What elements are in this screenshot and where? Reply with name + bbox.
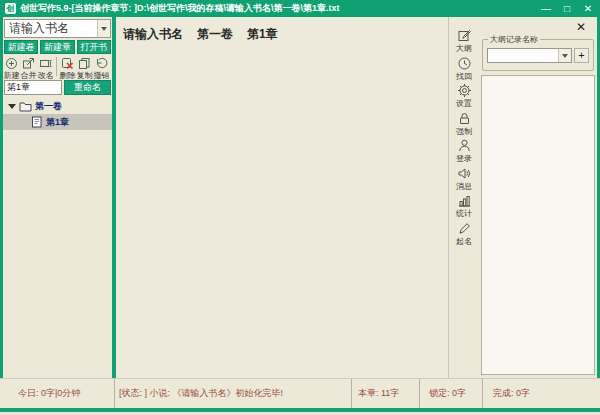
outline-record-list[interactable] — [481, 75, 595, 375]
naming-button[interactable]: 起名 — [449, 221, 479, 249]
new-volume-button[interactable]: 新建卷 — [4, 40, 38, 54]
status-message: [状态: ] 小说: 《请输入书名》初始化完毕! — [115, 379, 352, 408]
panel-close-icon[interactable]: ✕ — [576, 20, 586, 34]
editor-chapter-title: 第1章 — [247, 26, 278, 43]
messages-button[interactable]: 消息 — [449, 166, 479, 194]
login-button[interactable]: 登录 — [449, 138, 479, 166]
delete-button[interactable]: 删除 — [59, 56, 76, 81]
new-icon — [5, 57, 18, 70]
open-book-button[interactable]: 打开书 — [77, 40, 111, 54]
toolbar-item-label: 设置 — [456, 98, 472, 109]
statusbar: 今日: 0字|0分钟 [状态: ] 小说: 《请输入书名》初始化完毕! 本章: … — [0, 378, 600, 408]
merge-button[interactable]: 合并 — [20, 56, 37, 81]
chapter-name-input[interactable] — [4, 80, 62, 95]
status-chapter-words: 本章: 11字 — [352, 379, 420, 408]
minimize-icon[interactable]: — — [540, 0, 552, 17]
speaker-icon — [457, 166, 472, 181]
book-tree: 第一卷 第1章 — [3, 98, 112, 130]
right-toolbar: 大纲 找回 设置 强制 — [449, 17, 479, 378]
merge-icon — [22, 57, 35, 70]
rename-row: 重命名 — [4, 80, 111, 95]
settings-gear-icon — [457, 83, 472, 98]
statistics-button[interactable]: 统计 — [449, 193, 479, 221]
titlebar: 创 创世写作5.9-[当前操作章节: ]D:\创世写作\我的存稿\请输入书名\第… — [0, 0, 600, 17]
add-outline-record-button[interactable]: + — [574, 48, 589, 63]
sidebar: 请输入书名 新建卷 新建章 打开书 新建 — [3, 17, 112, 378]
app-logo-icon: 创 — [5, 3, 16, 14]
folder-icon — [19, 101, 32, 112]
outline-record-dropdown-button[interactable] — [558, 49, 571, 62]
app-window: 创 创世写作5.9-[当前操作章节: ]D:\创世写作\我的存稿\请输入书名\第… — [0, 0, 600, 415]
maximize-icon[interactable]: □ — [561, 0, 573, 17]
toolbar-item-label: 统计 — [456, 208, 472, 219]
tree-item-label: 第一卷 — [35, 100, 62, 113]
status-locked-words: 锁定: 0字 — [420, 379, 483, 408]
undo-icon — [95, 57, 108, 70]
new-item-button[interactable]: 新建 — [3, 56, 20, 81]
undo-button[interactable]: 撤销 — [93, 56, 110, 81]
outline-button[interactable]: 大纲 — [449, 28, 479, 56]
toolbar-item-label: 找回 — [456, 71, 472, 82]
toolbar-item-label: 起名 — [456, 236, 472, 247]
force-lock-button[interactable]: 强制 — [449, 111, 479, 139]
toolbar-item-label: 大纲 — [456, 43, 472, 54]
copy-icon — [78, 57, 91, 70]
sidebar-action-buttons: 新建卷 新建章 打开书 — [4, 40, 111, 54]
tree-item-chapter-selected[interactable]: 第1章 — [3, 114, 112, 130]
toolbar-item-label: 强制 — [456, 126, 472, 137]
book-name-value: 请输入书名 — [5, 20, 97, 37]
rename-button[interactable]: 重命名 — [64, 80, 111, 95]
settings-button[interactable]: 设置 — [449, 83, 479, 111]
tree-item-volume[interactable]: 第一卷 — [3, 98, 112, 114]
outline-icon — [457, 28, 472, 43]
close-icon[interactable]: ✕ — [582, 0, 594, 17]
book-name-combobox[interactable]: 请输入书名 — [4, 19, 111, 38]
outline-record-combobox[interactable] — [487, 48, 572, 63]
chevron-down-icon — [562, 54, 568, 58]
toolbar-item-label: 登录 — [456, 153, 472, 164]
status-today-words: 今日: 0字|0分钟 — [0, 379, 115, 408]
pen-icon — [457, 221, 472, 236]
recover-button[interactable]: 找回 — [449, 56, 479, 84]
status-completed-words: 完成: 0字 — [483, 379, 600, 408]
groupbox-label: 大纲记录名称 — [488, 34, 540, 45]
lock-icon — [457, 111, 472, 126]
user-icon — [457, 138, 472, 153]
rename-item-button[interactable]: 改名 — [37, 56, 54, 81]
editor-volume-title: 第一卷 — [197, 26, 233, 43]
window-title: 创世写作5.9-[当前操作章节: ]D:\创世写作\我的存稿\请输入书名\第一卷… — [20, 2, 340, 15]
bar-chart-icon — [457, 193, 472, 208]
outline-record-groupbox: 大纲记录名称 + — [482, 39, 594, 71]
editor-area[interactable]: 请输入书名 第一卷 第1章 — [116, 17, 448, 378]
document-icon — [31, 116, 43, 128]
window-controls: — □ ✕ — [540, 0, 594, 17]
outline-panel: ✕ 大纲记录名称 + — [479, 17, 597, 378]
new-chapter-button[interactable]: 新建章 — [40, 40, 74, 54]
editor-header: 请输入书名 第一卷 第1章 — [116, 17, 448, 43]
toolbar-separator — [56, 57, 57, 76]
editor-book-title: 请输入书名 — [123, 26, 183, 43]
toolbar-item-label: 消息 — [456, 181, 472, 192]
copy-button[interactable]: 复制 — [76, 56, 93, 81]
recover-icon — [457, 56, 472, 71]
tree-item-label: 第1章 — [46, 116, 69, 129]
delete-icon — [61, 57, 74, 70]
sidebar-tool-row: 新建 合并 改名 — [3, 56, 112, 79]
tree-expander-icon[interactable] — [8, 104, 16, 109]
chevron-down-icon — [101, 27, 107, 31]
book-name-dropdown-button[interactable] — [97, 20, 110, 37]
rename-icon — [39, 57, 52, 70]
